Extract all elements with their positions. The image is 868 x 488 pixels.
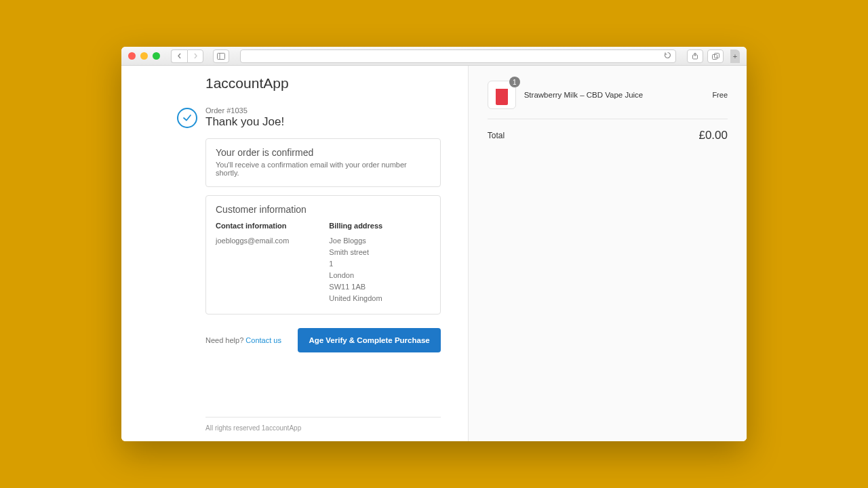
share-icon[interactable] xyxy=(687,49,703,63)
browser-window: + 1accountApp Order #1035 Thank you Joe!… xyxy=(121,47,747,441)
nav-buttons xyxy=(171,49,203,63)
line-item: 1 Strawberry Milk – CBD Vape Juice Free xyxy=(488,81,728,119)
confirmation-subtitle: You'll receive a confirmation email with… xyxy=(216,161,431,177)
new-tab-button[interactable]: + xyxy=(730,49,740,63)
help-text: Need help? Contact us xyxy=(205,336,281,344)
contact-email: joebloggs@email.com xyxy=(216,235,317,247)
line-item-price: Free xyxy=(712,91,728,99)
sidebar-toggle-icon[interactable] xyxy=(213,49,229,63)
total-value: £0.00 xyxy=(698,129,728,142)
billing-postcode: SW11 1AB xyxy=(329,281,430,293)
billing-city: London xyxy=(329,270,430,281)
customer-info-card: Customer information Contact information… xyxy=(205,195,441,314)
order-number: Order #1035 xyxy=(205,106,284,115)
reload-icon[interactable] xyxy=(664,52,671,60)
age-verify-button[interactable]: Age Verify & Complete Purchase xyxy=(298,328,440,352)
window-controls xyxy=(128,52,160,60)
summary-panel: 1 Strawberry Milk – CBD Vape Juice Free … xyxy=(469,66,747,441)
zoom-icon[interactable] xyxy=(153,52,160,60)
line-item-name: Strawberry Milk – CBD Vape Juice xyxy=(524,91,705,99)
confirmation-title: Your order is confirmed xyxy=(216,147,431,158)
close-icon[interactable] xyxy=(128,52,136,60)
contact-us-link[interactable]: Contact us xyxy=(245,336,281,344)
contact-heading: Contact information xyxy=(216,222,317,230)
product-thumbnail: 1 xyxy=(488,81,516,109)
url-bar[interactable] xyxy=(240,49,676,63)
billing-unit: 1 xyxy=(329,258,430,270)
svg-rect-0 xyxy=(218,53,225,59)
total-label: Total xyxy=(488,131,505,140)
thank-you-heading: Thank you Joe! xyxy=(205,115,284,129)
minimize-icon[interactable] xyxy=(140,52,148,60)
billing-country: United Kingdom xyxy=(329,293,430,304)
confirmation-card: Your order is confirmed You'll receive a… xyxy=(205,138,441,187)
billing-heading: Billing address xyxy=(329,222,430,230)
store-name: 1accountApp xyxy=(205,75,441,92)
footer-text: All rights reserved 1accountApp xyxy=(205,417,441,441)
total-row: Total £0.00 xyxy=(488,119,728,142)
success-check-icon xyxy=(177,108,197,128)
qty-badge: 1 xyxy=(509,77,520,87)
browser-chrome: + xyxy=(121,47,747,66)
tabs-icon[interactable] xyxy=(707,49,724,63)
checkout-page: 1accountApp Order #1035 Thank you Joe! Y… xyxy=(121,66,747,441)
billing-street: Smith street xyxy=(329,247,430,258)
back-button[interactable] xyxy=(171,49,187,63)
customer-info-title: Customer information xyxy=(216,204,431,215)
billing-name: Joe Bloggs xyxy=(329,235,430,247)
toolbar-right xyxy=(687,49,724,63)
order-panel: 1accountApp Order #1035 Thank you Joe! Y… xyxy=(121,66,469,441)
forward-button[interactable] xyxy=(187,49,203,63)
